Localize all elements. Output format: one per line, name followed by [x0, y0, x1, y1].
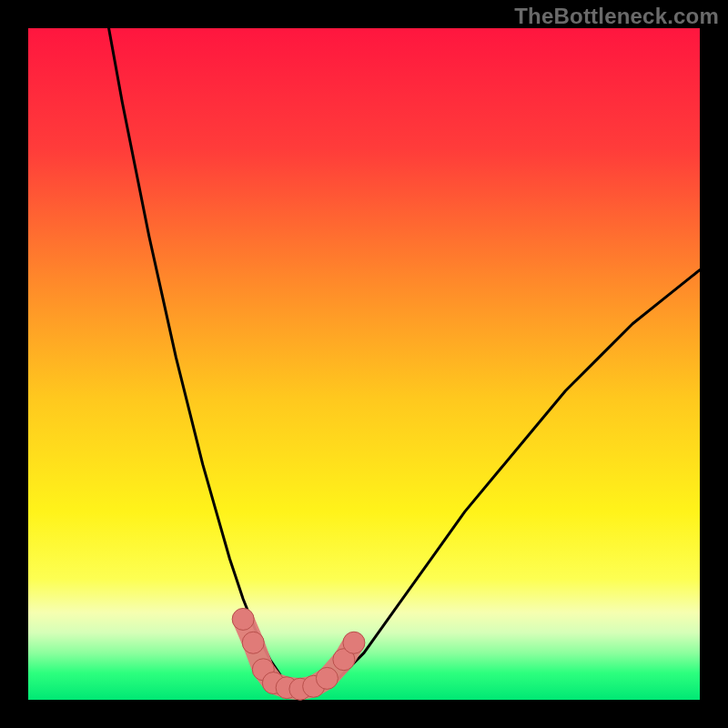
marker-dot — [242, 632, 264, 653]
marker-dot — [316, 667, 338, 689]
marker-dot — [343, 632, 365, 653]
curve-layer — [28, 28, 700, 700]
chart-frame: TheBottleneck.com — [0, 0, 728, 728]
plot-area — [28, 28, 700, 700]
bottleneck-curve — [109, 28, 700, 690]
watermark-text: TheBottleneck.com — [514, 4, 719, 29]
marker-dot — [232, 608, 254, 630]
